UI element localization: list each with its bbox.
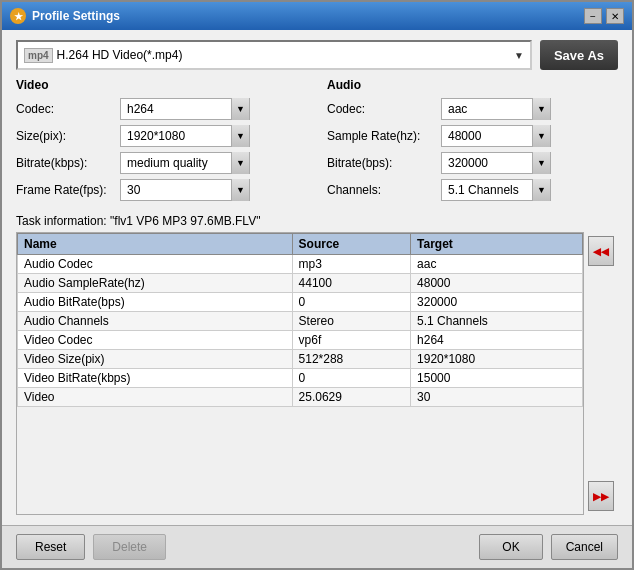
profile-settings-window: ★ Profile Settings − ✕ mp4 H.264 HD Vide… (0, 0, 634, 570)
table-cell: 0 (292, 369, 411, 388)
title-bar-left: ★ Profile Settings (10, 8, 120, 24)
audio-samplerate-arrow[interactable]: ▼ (532, 125, 550, 147)
table-cell: 15000 (411, 369, 583, 388)
task-table-scroll[interactable]: Name Source Target Audio Codecmp3aacAudi… (16, 232, 584, 515)
profile-select[interactable]: mp4 H.264 HD Video(*.mp4) ▼ (16, 40, 532, 70)
table-cell: 5.1 Channels (411, 312, 583, 331)
video-framerate-label: Frame Rate(fps): (16, 183, 116, 197)
video-framerate-select[interactable]: 30 ▼ (120, 179, 250, 201)
audio-channels-value: 5.1 Channels (442, 183, 532, 197)
video-section: Video Codec: h264 ▼ Size(pix): 1920*1080… (16, 78, 307, 206)
audio-bitrate-arrow[interactable]: ▼ (532, 152, 550, 174)
audio-bitrate-select[interactable]: 320000 ▼ (441, 152, 551, 174)
prev-button[interactable]: ◀◀ (588, 236, 614, 266)
video-codec-row: Codec: h264 ▼ (16, 98, 307, 120)
table-cell: Audio BitRate(bps) (18, 293, 293, 312)
audio-channels-arrow[interactable]: ▼ (532, 179, 550, 201)
audio-codec-arrow[interactable]: ▼ (532, 98, 550, 120)
audio-codec-value: aac (442, 102, 532, 116)
table-cell: Stereo (292, 312, 411, 331)
table-row: Video BitRate(kbps)015000 (18, 369, 583, 388)
col-source-header: Source (292, 234, 411, 255)
settings-grid: Video Codec: h264 ▼ Size(pix): 1920*1080… (16, 78, 618, 206)
table-cell: 1920*1080 (411, 350, 583, 369)
save-as-button[interactable]: Save As (540, 40, 618, 70)
video-bitrate-value: medium quality (121, 156, 231, 170)
content-area: mp4 H.264 HD Video(*.mp4) ▼ Save As Vide… (2, 30, 632, 525)
video-codec-select[interactable]: h264 ▼ (120, 98, 250, 120)
table-cell: Audio Codec (18, 255, 293, 274)
table-row: Video Codecvp6fh264 (18, 331, 583, 350)
table-cell: 44100 (292, 274, 411, 293)
table-cell: Audio Channels (18, 312, 293, 331)
video-bitrate-select[interactable]: medium quality ▼ (120, 152, 250, 174)
video-bitrate-label: Bitrate(kbps): (16, 156, 116, 170)
audio-codec-label: Codec: (327, 102, 437, 116)
table-cell: mp3 (292, 255, 411, 274)
video-size-label: Size(pix): (16, 129, 116, 143)
video-codec-label: Codec: (16, 102, 116, 116)
table-cell: Video (18, 388, 293, 407)
audio-section-title: Audio (327, 78, 618, 92)
audio-bitrate-value: 320000 (442, 156, 532, 170)
audio-channels-select[interactable]: 5.1 Channels ▼ (441, 179, 551, 201)
task-info-label: Task information: "flv1 VP6 MP3 97.6MB.F… (16, 214, 618, 228)
audio-section: Audio Codec: aac ▼ Sample Rate(hz): 4800… (327, 78, 618, 206)
audio-bitrate-row: Bitrate(bps): 320000 ▼ (327, 152, 618, 174)
video-size-row: Size(pix): 1920*1080 ▼ (16, 125, 307, 147)
video-framerate-value: 30 (121, 183, 231, 197)
next-button[interactable]: ▶▶ (588, 481, 614, 511)
title-controls: − ✕ (584, 8, 624, 24)
table-cell: 0 (292, 293, 411, 312)
window-title: Profile Settings (32, 9, 120, 23)
table-cell: h264 (411, 331, 583, 350)
audio-codec-select[interactable]: aac ▼ (441, 98, 551, 120)
video-section-title: Video (16, 78, 307, 92)
video-size-arrow[interactable]: ▼ (231, 125, 249, 147)
table-cell: Video Size(pix) (18, 350, 293, 369)
table-row: Audio SampleRate(hz)4410048000 (18, 274, 583, 293)
col-name-header: Name (18, 234, 293, 255)
video-bitrate-arrow[interactable]: ▼ (231, 152, 249, 174)
table-row: Video25.062930 (18, 388, 583, 407)
table-cell: 25.0629 (292, 388, 411, 407)
table-row: Audio ChannelsStereo5.1 Channels (18, 312, 583, 331)
audio-channels-label: Channels: (327, 183, 437, 197)
cancel-button[interactable]: Cancel (551, 534, 618, 560)
table-row: Audio Codecmp3aac (18, 255, 583, 274)
table-cell: 512*288 (292, 350, 411, 369)
table-cell: 48000 (411, 274, 583, 293)
minimize-button[interactable]: − (584, 8, 602, 24)
audio-channels-row: Channels: 5.1 Channels ▼ (327, 179, 618, 201)
reset-button[interactable]: Reset (16, 534, 85, 560)
audio-samplerate-value: 48000 (442, 129, 532, 143)
audio-samplerate-select[interactable]: 48000 ▼ (441, 125, 551, 147)
video-framerate-row: Frame Rate(fps): 30 ▼ (16, 179, 307, 201)
table-cell: 320000 (411, 293, 583, 312)
video-codec-arrow[interactable]: ▼ (231, 98, 249, 120)
app-icon: ★ (10, 8, 26, 24)
video-codec-value: h264 (121, 102, 231, 116)
audio-bitrate-label: Bitrate(bps): (327, 156, 437, 170)
audio-samplerate-label: Sample Rate(hz): (327, 129, 437, 143)
profile-value: H.264 HD Video(*.mp4) (57, 48, 514, 62)
video-size-value: 1920*1080 (121, 129, 231, 143)
video-framerate-arrow[interactable]: ▼ (231, 179, 249, 201)
bottom-right-buttons: OK Cancel (479, 534, 618, 560)
task-table-container: Name Source Target Audio Codecmp3aacAudi… (16, 232, 618, 515)
video-bitrate-row: Bitrate(kbps): medium quality ▼ (16, 152, 307, 174)
bottom-bar: Reset Delete OK Cancel (2, 525, 632, 568)
side-controls: ◀◀ ▶▶ (588, 232, 618, 515)
table-cell: 30 (411, 388, 583, 407)
task-info-section: Task information: "flv1 VP6 MP3 97.6MB.F… (16, 214, 618, 515)
col-target-header: Target (411, 234, 583, 255)
video-size-select[interactable]: 1920*1080 ▼ (120, 125, 250, 147)
task-table: Name Source Target Audio Codecmp3aacAudi… (17, 233, 583, 407)
table-cell: vp6f (292, 331, 411, 350)
close-button[interactable]: ✕ (606, 8, 624, 24)
delete-button[interactable]: Delete (93, 534, 166, 560)
table-cell: Video Codec (18, 331, 293, 350)
ok-button[interactable]: OK (479, 534, 542, 560)
table-cell: Video BitRate(kbps) (18, 369, 293, 388)
table-cell: Audio SampleRate(hz) (18, 274, 293, 293)
